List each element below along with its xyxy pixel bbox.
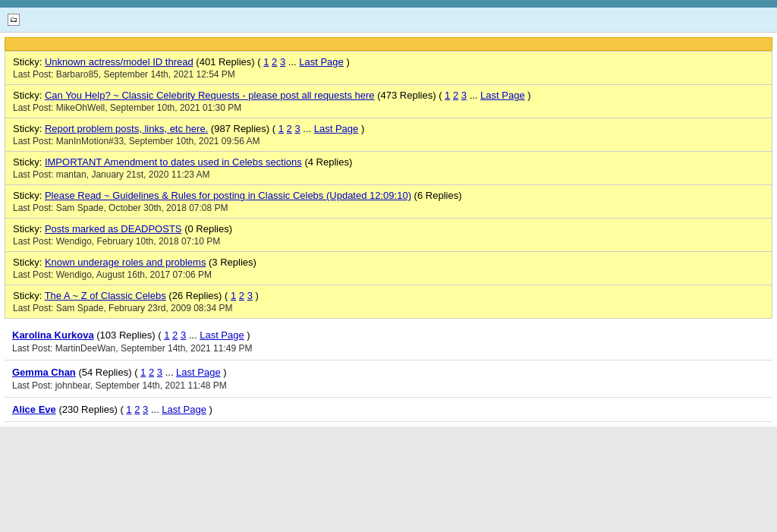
sticky-replies: (3 Replies) — [209, 257, 256, 268]
thread-replies: (230 Replies) — [58, 404, 117, 415]
sticky-title: Sticky: Report problem posts, links, etc… — [13, 123, 764, 134]
thread-replies: (54 Replies) — [78, 367, 131, 378]
sticky-last-post: Last Post: Wendigo, February 10th, 2018 … — [13, 236, 764, 247]
sticky-title: Sticky: The A ~ Z of Classic Celebs (26 … — [13, 290, 764, 301]
sticky-link[interactable]: Known underage roles and problems — [45, 257, 206, 268]
page-link[interactable]: 2 — [149, 367, 154, 378]
subforum-icon: 🗂 — [8, 14, 20, 26]
last-page-link[interactable]: Last Page — [162, 404, 206, 415]
sticky-area: Sticky: Unknown actress/model ID thread … — [5, 51, 772, 319]
sticky-label: Sticky: — [13, 290, 45, 301]
page-link[interactable]: 1 — [126, 404, 131, 415]
page-link[interactable]: 3 — [280, 56, 285, 68]
subforum-row: 🗂 — [0, 8, 777, 33]
sticky-link[interactable]: Posts marked as DEADPOSTS — [45, 223, 182, 235]
thread-title: Alice Eve (230 Replies) ( 1 2 3 ... Last… — [12, 404, 765, 415]
thread-link[interactable]: Gemma Chan — [12, 367, 76, 378]
thread-last-post: Last Post: johnbear, September 14th, 202… — [12, 380, 765, 391]
page-link[interactable]: 3 — [181, 329, 186, 341]
page-link[interactable]: 3 — [461, 90, 467, 101]
sticky-label: Sticky: — [13, 56, 45, 68]
thread-row: Gemma Chan (54 Replies) ( 1 2 3 ... Last… — [5, 360, 772, 398]
sticky-row: Sticky: Unknown actress/model ID thread … — [5, 52, 772, 85]
thread-link[interactable]: Karolina Kurkova — [12, 329, 94, 341]
thread-title: Karolina Kurkova (103 Replies) ( 1 2 3 .… — [12, 329, 765, 341]
page-link[interactable]: 1 — [278, 123, 284, 134]
sticky-last-post: Last Post: Sam Spade, February 23rd, 200… — [13, 303, 764, 313]
page-link[interactable]: 1 — [140, 367, 146, 378]
sticky-last-post: Last Post: ManInMotion#33, September 10t… — [13, 136, 764, 146]
thread-replies: (103 Replies) — [96, 329, 155, 341]
thread-link[interactable]: Alice Eve — [12, 404, 56, 415]
sticky-replies: (0 Replies) — [184, 223, 232, 235]
sticky-label: Sticky: — [13, 123, 45, 134]
sticky-last-post: Last Post: mantan, January 21st, 2020 11… — [13, 169, 764, 180]
page-link[interactable]: 2 — [272, 56, 277, 68]
sticky-row: Sticky: IMPORTANT Amendment to dates use… — [5, 152, 772, 185]
thread-last-post: Last Post: MartinDeeWan, September 14th,… — [12, 343, 765, 354]
sticky-replies: (987 Replies) — [211, 123, 269, 134]
page-link[interactable]: 1 — [445, 90, 450, 101]
sticky-replies: (401 Replies) — [196, 56, 254, 68]
sticky-replies: (4 Replies) — [304, 156, 352, 168]
sticky-label: Sticky: — [13, 190, 45, 201]
sticky-row: Sticky: Report problem posts, links, etc… — [5, 118, 772, 152]
page-link[interactable]: 3 — [247, 290, 253, 301]
page-link[interactable]: 1 — [164, 329, 169, 341]
page-link[interactable]: 3 — [294, 123, 300, 134]
sticky-last-post: Last Post: MikeOhWell, September 10th, 2… — [13, 102, 764, 113]
sticky-link[interactable]: Can You Help? ~ Classic Celebrity Reques… — [45, 90, 375, 101]
page-link[interactable]: 2 — [172, 329, 178, 341]
last-page-link[interactable]: Last Page — [200, 329, 244, 341]
sticky-title: Sticky: Please Read ~ Guidelines & Rules… — [13, 190, 764, 201]
announcement-row — [5, 37, 772, 51]
threads-area: Karolina Kurkova (103 Replies) ( 1 2 3 .… — [5, 323, 772, 422]
sticky-label: Sticky: — [13, 90, 45, 101]
page-link[interactable]: 3 — [143, 404, 148, 415]
sticky-row: Sticky: The A ~ Z of Classic Celebs (26 … — [5, 285, 772, 318]
last-page-link[interactable]: Last Page — [314, 123, 359, 134]
sticky-link[interactable]: The A ~ Z of Classic Celebs — [45, 290, 166, 301]
sticky-replies: (473 Replies) — [377, 90, 436, 101]
last-page-link[interactable]: Last Page — [299, 56, 344, 68]
sticky-link[interactable]: Report problem posts, links, etc here. — [45, 123, 208, 134]
thread-row: Karolina Kurkova (103 Replies) ( 1 2 3 .… — [5, 323, 772, 360]
page-link[interactable]: 2 — [239, 290, 244, 301]
sticky-title: Sticky: IMPORTANT Amendment to dates use… — [13, 156, 764, 168]
sticky-link[interactable]: IMPORTANT Amendment to dates used in Cel… — [45, 156, 302, 168]
sticky-title: Sticky: Known underage roles and problem… — [13, 257, 764, 268]
sticky-row: Sticky: Posts marked as DEADPOSTS (0 Rep… — [5, 219, 772, 252]
sticky-label: Sticky: — [13, 223, 45, 235]
thread-title: Gemma Chan (54 Replies) ( 1 2 3 ... Last… — [12, 367, 765, 378]
sticky-row: Sticky: Please Read ~ Guidelines & Rules… — [5, 185, 772, 219]
page-link[interactable]: 3 — [157, 367, 162, 378]
page-link[interactable]: 2 — [134, 404, 140, 415]
page-link[interactable]: 1 — [263, 56, 269, 68]
last-page-link[interactable]: Last Page — [480, 90, 525, 101]
sticky-title: Sticky: Posts marked as DEADPOSTS (0 Rep… — [13, 223, 764, 235]
sticky-last-post: Last Post: Wendigo, August 16th, 2017 07… — [13, 269, 764, 280]
sticky-replies: (26 Replies) — [168, 290, 222, 301]
sticky-title: Sticky: Unknown actress/model ID thread … — [13, 56, 764, 68]
page-link[interactable]: 2 — [453, 90, 458, 101]
sticky-label: Sticky: — [13, 257, 45, 268]
sticky-row: Sticky: Can You Help? ~ Classic Celebrit… — [5, 85, 772, 118]
sticky-replies: (6 Replies) — [414, 190, 462, 201]
sticky-last-post: Last Post: Barbaro85, September 14th, 20… — [13, 69, 764, 80]
page-link[interactable]: 2 — [287, 123, 292, 134]
sticky-label: Sticky: — [13, 156, 45, 168]
last-page-link[interactable]: Last Page — [176, 367, 221, 378]
sticky-title: Sticky: Can You Help? ~ Classic Celebrit… — [13, 90, 764, 101]
sticky-link[interactable]: Unknown actress/model ID thread — [45, 56, 193, 68]
section-header — [0, 0, 777, 8]
sticky-last-post: Last Post: Sam Spade, October 30th, 2018… — [13, 203, 764, 213]
sticky-row: Sticky: Known underage roles and problem… — [5, 252, 772, 285]
sticky-link[interactable]: Please Read ~ Guidelines & Rules for pos… — [45, 190, 411, 201]
thread-row: Alice Eve (230 Replies) ( 1 2 3 ... Last… — [5, 398, 772, 422]
page-link[interactable]: 1 — [231, 290, 236, 301]
